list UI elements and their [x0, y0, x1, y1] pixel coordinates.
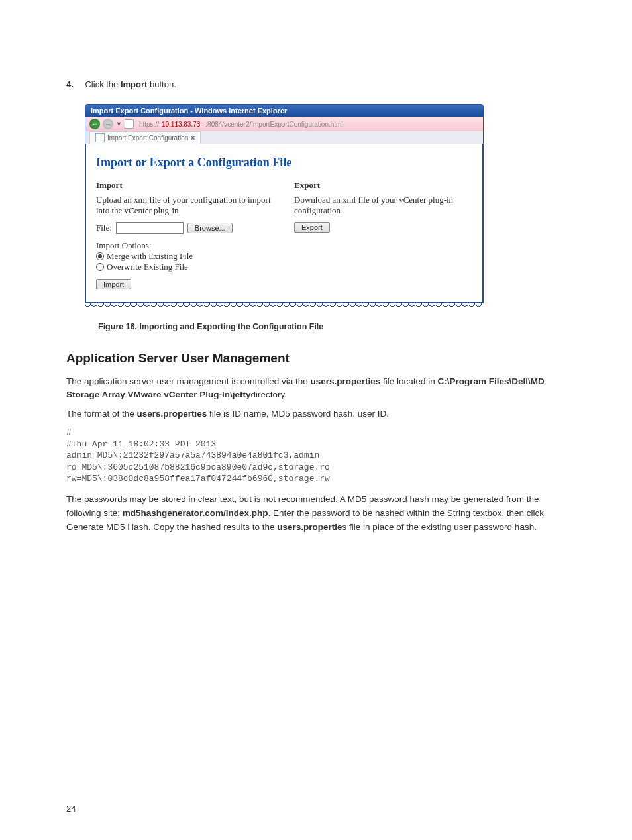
- file-label: File:: [96, 223, 112, 233]
- para2-c: file is ID name, MD5 password hash, user…: [207, 409, 389, 419]
- opt-overwrite-row[interactable]: Overwrite Existing File: [96, 262, 274, 272]
- url-rest: :8084/vcenter2/ImportExportConfiguration…: [205, 121, 342, 128]
- para1: The application server user management i…: [66, 375, 566, 403]
- step-line: 4. Click the Import button.: [66, 79, 566, 89]
- tab-page-icon: [95, 133, 105, 142]
- import-title: Import: [96, 180, 274, 191]
- figure-caption: Figure 16. Importing and Exporting the C…: [98, 322, 566, 331]
- import-button[interactable]: Import: [96, 279, 131, 289]
- import-column: Import Upload an xml file of your config…: [96, 180, 274, 289]
- step-text-a: Click the: [85, 79, 120, 89]
- opt-overwrite-label: Overwrite Existing File: [107, 262, 188, 272]
- para1-c: file located in: [380, 376, 437, 386]
- para3-b: md5hashgenerator.com/index.php: [123, 508, 268, 518]
- section-heading: Application Server User Management: [66, 351, 566, 366]
- export-desc: Download an xml file of your vCenter plu…: [294, 195, 472, 217]
- url-prefix: https://: [139, 121, 159, 128]
- browser-titlebar: Import Export Configuration - Windows In…: [85, 105, 483, 117]
- url-host: 10.113.83.73: [162, 121, 200, 128]
- browser-tab[interactable]: Import Export Configuration ×: [89, 131, 201, 144]
- page-icon: [125, 119, 134, 129]
- tab-label: Import Export Configuration: [107, 134, 188, 142]
- browser-navbar: ← → ▼ https://10.113.83.73:8084/vcenter2…: [85, 117, 483, 131]
- export-column: Export Download an xml file of your vCen…: [294, 180, 472, 289]
- step-number: 4.: [66, 79, 74, 89]
- file-input[interactable]: [116, 222, 184, 234]
- opt-merge-label: Merge with Existing File: [107, 251, 193, 262]
- radio-overwrite[interactable]: [96, 263, 104, 271]
- opt-merge-row[interactable]: Merge with Existing File: [96, 251, 274, 262]
- para3-d: users.propertie: [277, 522, 342, 532]
- radio-merge[interactable]: [96, 252, 104, 260]
- para2-b: users.properties: [137, 409, 207, 419]
- page-number: 24: [66, 804, 76, 814]
- para2: The format of the users.properties file …: [66, 407, 566, 421]
- para1-a: The application server user management i…: [66, 376, 310, 386]
- torn-edge: [85, 303, 482, 309]
- para1-b: users.properties: [310, 376, 380, 386]
- para2-a: The format of the: [66, 409, 137, 419]
- step-text-bold: Import: [121, 79, 147, 89]
- nav-dropdown-icon[interactable]: ▼: [116, 121, 122, 127]
- nav-forward-icon[interactable]: →: [103, 119, 113, 129]
- browser-tabstrip: Import Export Configuration ×: [85, 131, 483, 144]
- nav-back-icon[interactable]: ←: [89, 119, 100, 129]
- para3-e: s file in place of the existing user pas…: [342, 522, 536, 532]
- export-title: Export: [294, 180, 472, 191]
- browser-window: Import Export Configuration - Windows In…: [85, 104, 484, 303]
- browse-button[interactable]: Browse...: [187, 223, 233, 233]
- page-heading: Import or Export a Configuration File: [96, 156, 472, 170]
- para1-e: directory.: [251, 390, 288, 399]
- para3: The passwords may be stored in clear tex…: [66, 493, 566, 535]
- export-button[interactable]: Export: [294, 222, 330, 233]
- browser-content: Import or Export a Configuration File Im…: [85, 144, 483, 303]
- code-block: # #Thu Apr 11 18:02:33 PDT 2013 admin=MD…: [66, 427, 566, 485]
- import-desc: Upload an xml file of your configuration…: [96, 195, 274, 217]
- tab-close-icon[interactable]: ×: [191, 134, 195, 142]
- import-options-label: Import Options:: [96, 240, 274, 251]
- step-text-b: button.: [147, 79, 176, 89]
